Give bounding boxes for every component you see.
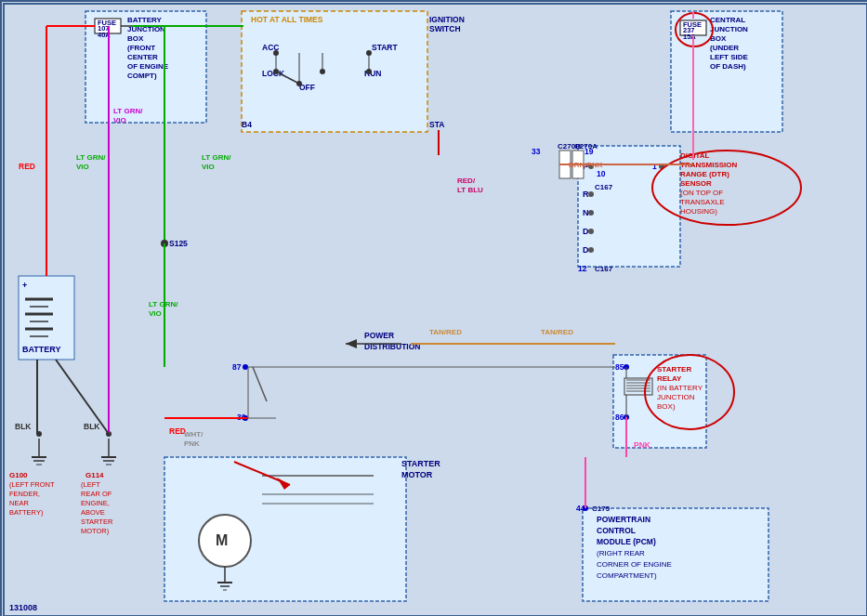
svg-text:BATTERY: BATTERY [127, 16, 163, 24]
svg-text:LT GRN/: LT GRN/ [113, 107, 143, 115]
svg-text:RED: RED [19, 162, 35, 171]
svg-text:POWER: POWER [364, 331, 394, 340]
svg-text:COMPARTMENT): COMPARTMENT) [597, 571, 657, 580]
svg-text:CENTER: CENTER [127, 53, 158, 61]
svg-text:LT GRN/: LT GRN/ [202, 153, 231, 162]
svg-text:TRANSAXLE: TRANSAXLE [680, 198, 725, 206]
svg-text:STARTER: STARTER [81, 518, 113, 526]
svg-text:STA: STA [429, 120, 444, 129]
svg-text:S125: S125 [169, 239, 188, 248]
svg-text:REAR OF: REAR OF [81, 490, 112, 498]
wiring-diagram: FUSE 107 40A BATTERY JUNCTION BOX (FRONT… [0, 0, 867, 616]
svg-text:VIO: VIO [149, 309, 162, 318]
svg-text:HOT AT ALL TIMES: HOT AT ALL TIMES [251, 15, 323, 24]
svg-point-86 [588, 191, 594, 197]
svg-text:(LEFT: (LEFT [81, 480, 100, 489]
svg-text:STARTER: STARTER [657, 365, 691, 374]
svg-text:BATTERY: BATTERY [22, 345, 61, 354]
svg-text:RANGE (DTR): RANGE (DTR) [680, 170, 729, 178]
svg-text:10: 10 [597, 169, 606, 178]
svg-text:TAN/RED: TAN/RED [541, 328, 573, 336]
svg-text:LT GRN/: LT GRN/ [149, 300, 178, 308]
svg-text:C175: C175 [592, 505, 611, 513]
svg-text:BLK: BLK [84, 422, 100, 431]
svg-text:MODULE (PCM): MODULE (PCM) [597, 537, 656, 546]
svg-point-92 [588, 247, 594, 253]
svg-text:ABOVE: ABOVE [81, 508, 105, 517]
svg-text:START: START [372, 43, 399, 52]
svg-text:15A: 15A [683, 33, 696, 41]
svg-text:SENSOR: SENSOR [680, 179, 712, 188]
svg-text:(ON TOP OF: (ON TOP OF [680, 189, 723, 197]
svg-text:87: 87 [232, 362, 242, 372]
svg-text:D: D [583, 227, 589, 236]
svg-text:BOX): BOX) [657, 402, 676, 411]
svg-text:CENTRAL: CENTRAL [710, 16, 745, 24]
svg-text:PNK: PNK [634, 440, 651, 450]
svg-text:JUNCTION: JUNCTION [657, 393, 695, 401]
svg-text:RED/: RED/ [457, 177, 476, 185]
svg-point-90 [588, 229, 594, 234]
svg-text:VIO: VIO [202, 163, 215, 171]
svg-point-27 [243, 364, 248, 370]
svg-text:B4: B4 [242, 120, 252, 129]
svg-text:OF ENGINE: OF ENGINE [127, 62, 169, 71]
svg-text:FENDER,: FENDER, [9, 490, 40, 498]
svg-text:LT BLU: LT BLU [457, 186, 483, 194]
svg-text:BLK: BLK [15, 422, 32, 431]
svg-text:(RIGHT REAR: (RIGHT REAR [597, 549, 645, 557]
svg-text:NEAR: NEAR [9, 499, 29, 507]
svg-point-88 [588, 210, 594, 216]
svg-text:LEFT SIDE: LEFT SIDE [710, 53, 749, 61]
svg-text:+: + [22, 281, 27, 290]
svg-text:C167: C167 [595, 265, 613, 273]
svg-text:M: M [216, 532, 228, 548]
svg-text:G100: G100 [9, 471, 28, 479]
svg-text:CORNER OF ENGINE: CORNER OF ENGINE [597, 560, 672, 569]
svg-text:1: 1 [652, 162, 657, 171]
svg-text:TAN/RED: TAN/RED [429, 328, 462, 336]
svg-text:D: D [583, 245, 589, 255]
svg-text:(UNDER: (UNDER [710, 44, 739, 52]
svg-text:BOX: BOX [127, 34, 144, 43]
svg-text:JUNCTION: JUNCTION [710, 25, 748, 33]
svg-text:OF DASH): OF DASH) [710, 62, 746, 71]
svg-text:COMPT): COMPT) [127, 72, 157, 80]
svg-text:VIO: VIO [76, 163, 89, 171]
svg-text:PNK: PNK [184, 439, 200, 448]
svg-text:(LEFT FRONT: (LEFT FRONT [9, 480, 55, 489]
svg-text:(IN BATTERY: (IN BATTERY [657, 384, 703, 392]
svg-text:G114: G114 [85, 471, 104, 479]
svg-text:SWITCH: SWITCH [429, 24, 461, 33]
svg-text:HOUSING): HOUSING) [680, 207, 717, 216]
svg-text:IGNITION: IGNITION [429, 15, 465, 24]
svg-text:POWERTRAIN: POWERTRAIN [597, 515, 650, 524]
svg-text:19: 19 [585, 147, 594, 156]
svg-text:WHT/: WHT/ [184, 430, 204, 439]
svg-text:12: 12 [578, 264, 587, 273]
svg-text:(FRONT: (FRONT [127, 44, 155, 52]
svg-text:N: N [583, 208, 589, 217]
svg-text:33: 33 [532, 147, 541, 156]
svg-text:RELAY: RELAY [657, 374, 682, 383]
svg-text:CONTROL: CONTROL [597, 526, 636, 535]
svg-text:ACC: ACC [262, 43, 279, 52]
svg-text:R: R [583, 190, 589, 199]
svg-text:131008: 131008 [9, 603, 37, 612]
svg-text:MOTOR): MOTOR) [81, 527, 110, 535]
svg-text:BATTERY): BATTERY) [9, 508, 44, 517]
svg-text:ENGINE,: ENGINE, [81, 499, 110, 507]
svg-text:LT GRN/: LT GRN/ [76, 153, 106, 162]
svg-text:VIO: VIO [113, 116, 126, 125]
svg-text:STARTER: STARTER [401, 459, 440, 468]
svg-text:MOTOR: MOTOR [401, 470, 433, 479]
svg-text:85: 85 [615, 362, 624, 372]
svg-text:86: 86 [615, 413, 624, 422]
svg-text:C167: C167 [595, 183, 613, 191]
